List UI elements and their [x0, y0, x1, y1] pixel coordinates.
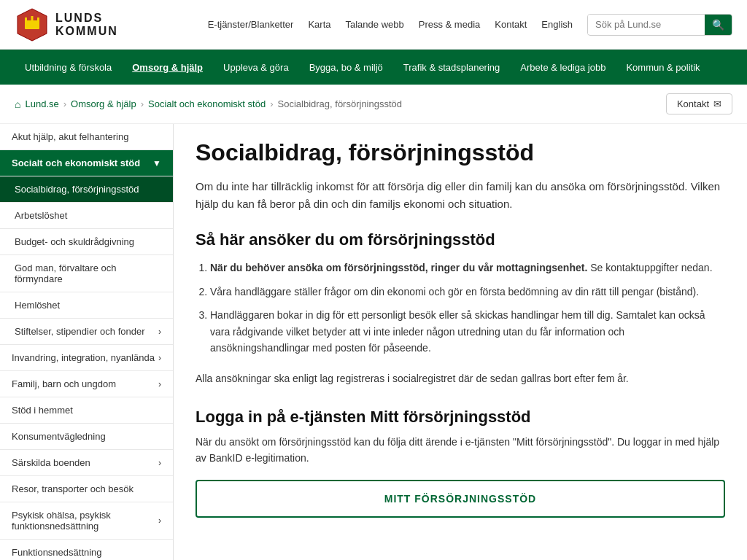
svg-rect-3 [25, 18, 27, 22]
breadcrumb-current: Socialbidrag, försörjningsstöd [278, 98, 403, 109]
nav-utbildning[interactable]: Utbildning & förskola [15, 52, 122, 83]
sidebar-item-stiftelser[interactable]: Stiftelser, stipendier och fonder › [0, 319, 173, 345]
sidebar-item-socialbidrag[interactable]: Socialbidrag, försörjningsstöd [0, 176, 173, 203]
nav-uppleva[interactable]: Uppleva & göra [213, 52, 299, 83]
chevron-right-icon-2: › [158, 353, 161, 363]
logo[interactable]: LUNDS KOMMUN [15, 7, 118, 42]
nav-kommun[interactable]: Kommun & politik [616, 52, 710, 83]
sidebar-item-psykisk[interactable]: Psykisk ohälsa, psykisk funktionsnedsätt… [0, 502, 173, 540]
step-3: Handläggaren bokar in dig för ett person… [210, 307, 725, 356]
step-2: Våra handläggare ställer frågor om din e… [210, 284, 725, 300]
sidebar-item-budget[interactable]: Budget- och skuldrådgivning [0, 229, 173, 255]
sidebar-item-stod-hemmet[interactable]: Stöd i hemmet [0, 397, 173, 424]
breadcrumb-socialt[interactable]: Socialt och ekonomiskt stöd [148, 98, 266, 109]
logo-icon [15, 7, 50, 42]
sidebar-item-hemloshet[interactable]: Hemlöshet [0, 292, 173, 319]
envelope-icon: ✉ [713, 98, 721, 109]
breadcrumb-bar: ⌂ Lund.se › Omsorg & hjälp › Socialt och… [0, 85, 747, 124]
home-icon: ⌂ [15, 98, 20, 110]
kontakt-button[interactable]: Kontakt ✉ [666, 93, 732, 114]
nav-trafik[interactable]: Trafik & stadsplanering [393, 52, 510, 83]
sidebar-item-sarskilda[interactable]: Särskilda boenden › [0, 450, 173, 476]
top-nav-talande[interactable]: Talande webb [345, 19, 403, 30]
step-2-text: Våra handläggare ställer frågor om din e… [210, 286, 699, 298]
login-text: När du ansökt om försörjningsstöd kan du… [196, 434, 725, 467]
search-icon: 🔍 [712, 19, 724, 31]
svg-rect-5 [37, 18, 39, 22]
search-area: 🔍 [587, 14, 732, 36]
step-1-bold: När du behöver ansöka om försörjningsstö… [210, 262, 587, 273]
step-1-rest: Se kontaktuppgifter nedan. [590, 262, 712, 273]
nav-omsorg[interactable]: Omsorg & hjälp [122, 52, 213, 83]
step-1: När du behöver ansöka om försörjningsstö… [210, 260, 725, 276]
sidebar-item-invandring[interactable]: Invandring, integration, nyanlända › [0, 345, 173, 371]
how-to-apply-title: Så här ansöker du om försörjningsstöd [196, 230, 725, 249]
chevron-right-icon: › [158, 327, 161, 337]
step-3-text: Handläggaren bokar in dig för ett person… [210, 309, 705, 354]
sidebar-item-konsument[interactable]: Konsumentvägledning [0, 424, 173, 450]
sidebar-item-familj[interactable]: Familj, barn och ungdom › [0, 371, 173, 397]
intro-text: Om du inte har tillräcklig inkomst för a… [196, 178, 725, 213]
note-text: Alla ansökningar ska enligt lag registre… [196, 370, 725, 386]
breadcrumb: ⌂ Lund.se › Omsorg & hjälp › Socialt och… [15, 98, 402, 110]
breadcrumb-home[interactable]: Lund.se [25, 98, 58, 109]
nav-arbete[interactable]: Arbete & lediga jobb [510, 52, 616, 83]
steps-list: När du behöver ansöka om försörjningsstö… [196, 260, 725, 356]
nav-bygga[interactable]: Bygga, bo & miljö [299, 52, 393, 83]
sidebar-item-arbetsloshet[interactable]: Arbetslöshet [0, 203, 173, 229]
page-title: Socialbidrag, försörjningsstöd [196, 139, 725, 166]
sidebar-item-akut[interactable]: Akut hjälp, akut felhantering [0, 124, 173, 150]
content-area: Akut hjälp, akut felhantering Socialt oc… [0, 124, 747, 560]
top-nav-e-tjanster[interactable]: E-tjänster/Blanketter [208, 19, 294, 30]
sidebar: Akut hjälp, akut felhantering Socialt oc… [0, 124, 174, 560]
logo-text: LUNDS KOMMUN [55, 12, 118, 38]
top-nav-karta[interactable]: Karta [308, 19, 330, 30]
sidebar-item-resor[interactable]: Resor, transporter och besök [0, 476, 173, 502]
search-button[interactable]: 🔍 [705, 15, 732, 35]
main-nav: Utbildning & förskola Omsorg & hjälp Upp… [0, 50, 747, 85]
login-title: Logga in på e-tjänsten Mitt försörjnings… [196, 408, 725, 427]
top-nav-press[interactable]: Press & media [419, 19, 481, 30]
chevron-right-icon-3: › [158, 379, 161, 389]
top-header: LUNDS KOMMUN E-tjänster/Blanketter Karta… [0, 0, 747, 50]
search-input[interactable] [588, 15, 705, 34]
chevron-right-icon-4: › [158, 458, 161, 468]
top-nav: E-tjänster/Blanketter Karta Talande webb… [208, 14, 732, 36]
sidebar-item-funktionsnedsattning[interactable]: Funktionsnedsättning [0, 540, 173, 560]
mitt-forsorjningsstod-button[interactable]: MITT FÖRSÖRJNINGSSTÖD [196, 480, 725, 518]
breadcrumb-omsorg[interactable]: Omsorg & hjälp [71, 98, 136, 109]
top-nav-english[interactable]: English [541, 19, 573, 30]
main-content: Socialbidrag, försörjningsstöd Om du int… [174, 124, 747, 560]
svg-rect-4 [31, 16, 34, 22]
chevron-down-icon: ▼ [152, 158, 161, 168]
chevron-right-icon-5: › [158, 516, 161, 526]
sidebar-item-god-man[interactable]: God man, förvaltare och förmyndare [0, 255, 173, 292]
sidebar-item-socialt[interactable]: Socialt och ekonomiskt stöd ▼ [0, 150, 173, 176]
top-nav-kontakt[interactable]: Kontakt [495, 19, 527, 30]
